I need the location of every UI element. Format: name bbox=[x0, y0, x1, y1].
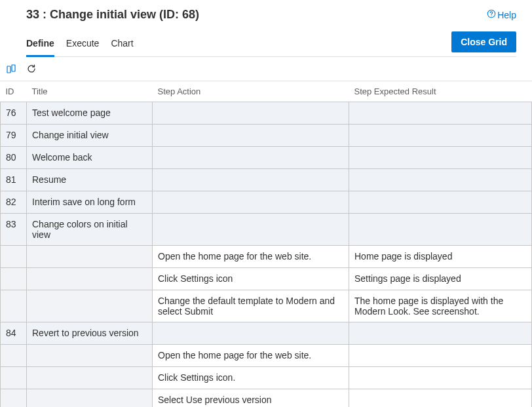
table-row[interactable]: 81Resume bbox=[1, 169, 532, 191]
table-row[interactable]: 79Change initial view bbox=[1, 125, 532, 147]
cell-expected[interactable] bbox=[349, 214, 532, 246]
cell-expected[interactable]: Home page is displayed bbox=[349, 246, 532, 268]
svg-rect-2 bbox=[12, 65, 15, 71]
cell-action[interactable] bbox=[153, 191, 349, 214]
cell-title[interactable]: Change colors on initial view bbox=[27, 214, 153, 246]
cell-title[interactable]: Resume bbox=[27, 169, 153, 191]
tab-chart[interactable]: Chart bbox=[111, 31, 133, 57]
cell-id[interactable]: 81 bbox=[1, 169, 27, 191]
cell-title[interactable] bbox=[27, 367, 153, 389]
toolbar bbox=[0, 57, 532, 81]
cell-action[interactable]: Open the home page for the web site. bbox=[153, 345, 349, 367]
tabs-list: DefineExecuteChart bbox=[26, 31, 134, 56]
cell-action[interactable] bbox=[153, 214, 349, 246]
cell-id[interactable]: 84 bbox=[1, 322, 27, 345]
header: 33 : Change initial view (ID: 68) Help D… bbox=[0, 0, 532, 57]
table-row[interactable]: 80Welcome back bbox=[1, 147, 532, 169]
results-grid: ID Title Step Action Step Expected Resul… bbox=[0, 81, 532, 407]
cell-title[interactable]: Test welcome page bbox=[27, 102, 153, 125]
grid-header-row: ID Title Step Action Step Expected Resul… bbox=[1, 81, 532, 102]
cell-id[interactable]: 79 bbox=[1, 125, 27, 147]
tab-execute[interactable]: Execute bbox=[66, 31, 100, 57]
tabs-row: DefineExecuteChart Close Grid bbox=[26, 31, 516, 57]
cell-id[interactable] bbox=[1, 345, 27, 367]
cell-title[interactable] bbox=[27, 290, 153, 322]
cell-action[interactable]: Select Use previous version bbox=[153, 389, 349, 408]
table-row[interactable]: Select Use previous version bbox=[1, 389, 532, 408]
table-row[interactable]: 84Revert to previous version bbox=[1, 322, 532, 345]
table-row[interactable]: Click Settings icon. bbox=[1, 367, 532, 389]
cell-id[interactable] bbox=[1, 389, 27, 408]
cell-title[interactable] bbox=[27, 389, 153, 408]
close-grid-button[interactable]: Close Grid bbox=[451, 31, 516, 52]
cell-title[interactable]: Change initial view bbox=[27, 125, 153, 147]
cell-action[interactable] bbox=[153, 102, 349, 125]
help-label: Help bbox=[497, 10, 516, 20]
cell-action[interactable]: Change the default template to Modern an… bbox=[153, 290, 349, 322]
cell-action[interactable] bbox=[153, 147, 349, 169]
cell-expected[interactable] bbox=[349, 389, 532, 408]
cell-expected[interactable] bbox=[349, 367, 532, 389]
table-row[interactable]: 83Change colors on initial view bbox=[1, 214, 532, 246]
cell-expected[interactable] bbox=[349, 102, 532, 125]
column-header-action[interactable]: Step Action bbox=[153, 81, 349, 102]
table-row[interactable]: 82Interim save on long form bbox=[1, 191, 532, 214]
table-row[interactable]: Open the home page for the web site. bbox=[1, 345, 532, 367]
cell-id[interactable]: 82 bbox=[1, 191, 27, 214]
cell-title[interactable]: Revert to previous version bbox=[27, 322, 153, 345]
cell-title[interactable] bbox=[27, 246, 153, 268]
columns-icon[interactable] bbox=[5, 62, 18, 75]
cell-action[interactable] bbox=[153, 169, 349, 191]
table-row[interactable]: Change the default template to Modern an… bbox=[1, 290, 532, 322]
cell-id[interactable]: 80 bbox=[1, 147, 27, 169]
table-row[interactable]: 76Test welcome page bbox=[1, 102, 532, 125]
page-title: 33 : Change initial view (ID: 68) bbox=[26, 8, 199, 22]
cell-id[interactable] bbox=[1, 268, 27, 290]
column-header-id[interactable]: ID bbox=[1, 81, 27, 102]
help-icon bbox=[487, 9, 496, 20]
cell-action[interactable] bbox=[153, 125, 349, 147]
cell-expected[interactable] bbox=[349, 125, 532, 147]
cell-action[interactable]: Open the home page for the web site. bbox=[153, 246, 349, 268]
cell-title[interactable]: Welcome back bbox=[27, 147, 153, 169]
cell-id[interactable] bbox=[1, 367, 27, 389]
column-header-expected[interactable]: Step Expected Result bbox=[349, 81, 532, 102]
cell-expected[interactable] bbox=[349, 169, 532, 191]
cell-id[interactable] bbox=[1, 246, 27, 268]
help-link[interactable]: Help bbox=[487, 9, 516, 20]
cell-id[interactable] bbox=[1, 290, 27, 322]
cell-id[interactable]: 83 bbox=[1, 214, 27, 246]
cell-action[interactable] bbox=[153, 322, 349, 345]
cell-title[interactable] bbox=[27, 345, 153, 367]
cell-title[interactable] bbox=[27, 268, 153, 290]
svg-rect-1 bbox=[7, 66, 10, 73]
cell-expected[interactable] bbox=[349, 191, 532, 214]
cell-expected[interactable]: The home page is displayed with the Mode… bbox=[349, 290, 532, 322]
cell-expected[interactable]: Settings page is displayed bbox=[349, 268, 532, 290]
refresh-icon[interactable] bbox=[25, 62, 38, 75]
title-row: 33 : Change initial view (ID: 68) Help bbox=[26, 8, 516, 22]
table-row[interactable]: Open the home page for the web site.Home… bbox=[1, 246, 532, 268]
cell-expected[interactable] bbox=[349, 322, 532, 345]
cell-id[interactable]: 76 bbox=[1, 102, 27, 125]
table-row[interactable]: Click Settings iconSettings page is disp… bbox=[1, 268, 532, 290]
cell-expected[interactable] bbox=[349, 147, 532, 169]
cell-title[interactable]: Interim save on long form bbox=[27, 191, 153, 214]
cell-action[interactable]: Click Settings icon bbox=[153, 268, 349, 290]
tab-define[interactable]: Define bbox=[26, 31, 54, 57]
cell-expected[interactable] bbox=[349, 345, 532, 367]
cell-action[interactable]: Click Settings icon. bbox=[153, 367, 349, 389]
column-header-title[interactable]: Title bbox=[27, 81, 153, 102]
